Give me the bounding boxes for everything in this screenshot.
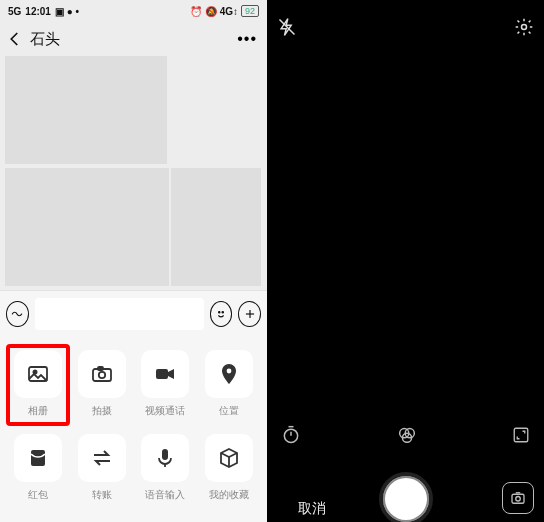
envelope-icon: [14, 434, 62, 482]
svg-rect-12: [162, 449, 168, 460]
svg-point-0: [219, 311, 220, 312]
back-button[interactable]: [6, 30, 24, 48]
svg-point-1: [222, 311, 223, 312]
grid-label: 语音输入: [145, 488, 185, 502]
flash-off-icon[interactable]: [277, 17, 297, 37]
svg-point-25: [516, 497, 521, 502]
timer-icon[interactable]: [281, 425, 301, 445]
grid-label: 拍摄: [92, 404, 112, 418]
status-right: ⏰ 🔕 4G↕ 92: [190, 5, 259, 17]
grid-item-album[interactable]: 相册: [6, 344, 70, 426]
cube-icon: [205, 434, 253, 482]
input-bar: [0, 290, 267, 336]
mic-icon: [141, 434, 189, 482]
svg-rect-8: [98, 367, 103, 370]
chat-header: 石头 •••: [0, 22, 267, 56]
settings-icon[interactable]: [514, 17, 534, 37]
camera-controls: [267, 420, 544, 450]
grid-label: 相册: [28, 404, 48, 418]
grid-item-location[interactable]: 位置: [205, 350, 253, 418]
grid-item-favorites[interactable]: 我的收藏: [205, 434, 253, 502]
status-dots-icon: ▣ ● •: [55, 6, 79, 17]
network-icon: 4G↕: [220, 6, 238, 17]
transfer-icon: [78, 434, 126, 482]
dnd-icon: 🔕: [205, 6, 217, 17]
image-message[interactable]: [5, 56, 167, 164]
svg-rect-9: [156, 369, 168, 379]
cancel-button[interactable]: 取消: [267, 500, 357, 518]
grid-item-voice-input[interactable]: 语音输入: [141, 434, 189, 502]
grid-item-red-packet[interactable]: 红包: [14, 434, 62, 502]
attachment-grid: 相册 拍摄 视频通话 位置 红包: [0, 336, 267, 522]
grid-label: 红包: [28, 488, 48, 502]
emoji-button[interactable]: [210, 301, 233, 327]
chat-body[interactable]: [0, 56, 267, 290]
image-message[interactable]: [171, 168, 261, 286]
battery-level: 92: [241, 5, 259, 17]
grid-label: 转账: [92, 488, 112, 502]
camera-pane: 取消: [267, 0, 544, 522]
more-button[interactable]: •••: [237, 30, 261, 48]
voice-input-toggle[interactable]: [6, 301, 29, 327]
wechat-chat-pane: 5G 12:01 ▣ ● • ⏰ 🔕 4G↕ 92 石头 •••: [0, 0, 267, 522]
status-time: 12:01: [25, 6, 51, 17]
signal-icon: 5G: [8, 6, 21, 17]
svg-rect-11: [31, 450, 45, 466]
message-input[interactable]: [35, 298, 204, 330]
alarm-icon: ⏰: [190, 6, 202, 17]
grid-label: 我的收藏: [209, 488, 249, 502]
filter-icon[interactable]: [396, 424, 418, 446]
fullscreen-icon[interactable]: [512, 426, 530, 444]
svg-rect-24: [512, 494, 524, 503]
album-icon: [14, 350, 62, 398]
grid-label: 位置: [219, 404, 239, 418]
switch-camera-button[interactable]: [502, 482, 534, 514]
status-left: 5G 12:01 ▣ ● •: [8, 6, 79, 17]
chat-title: 石头: [30, 30, 237, 49]
location-icon: [205, 350, 253, 398]
shutter-row: 取消: [267, 458, 544, 522]
video-icon: [141, 350, 189, 398]
svg-point-7: [98, 372, 104, 378]
image-message[interactable]: [5, 168, 169, 286]
svg-point-16: [522, 25, 527, 30]
grid-label: 视频通话: [145, 404, 185, 418]
camera-icon: [78, 350, 126, 398]
grid-item-transfer[interactable]: 转账: [78, 434, 126, 502]
camera-top-bar: [267, 0, 544, 48]
svg-rect-23: [514, 428, 528, 442]
grid-item-camera[interactable]: 拍摄: [78, 350, 126, 418]
grid-item-video-call[interactable]: 视频通话: [141, 350, 189, 418]
svg-point-10: [227, 369, 232, 374]
shutter-button[interactable]: [379, 472, 433, 522]
status-bar: 5G 12:01 ▣ ● • ⏰ 🔕 4G↕ 92: [0, 0, 267, 22]
plus-button[interactable]: [238, 301, 261, 327]
